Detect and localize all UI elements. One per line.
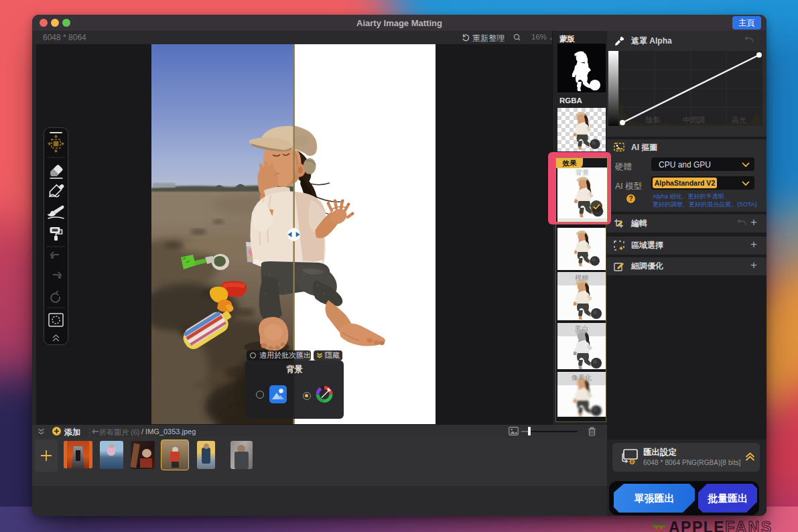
svg-text:高光: 高光 <box>732 116 746 124</box>
svg-text:黑白: 黑白 <box>575 325 588 332</box>
svg-text:中間調: 中間調 <box>683 116 705 124</box>
svg-text:像素化: 像素化 <box>571 374 592 381</box>
svg-text:背景: 背景 <box>575 169 589 176</box>
svg-text:陰影: 陰影 <box>646 116 661 124</box>
svg-text:模糊: 模糊 <box>575 274 588 281</box>
